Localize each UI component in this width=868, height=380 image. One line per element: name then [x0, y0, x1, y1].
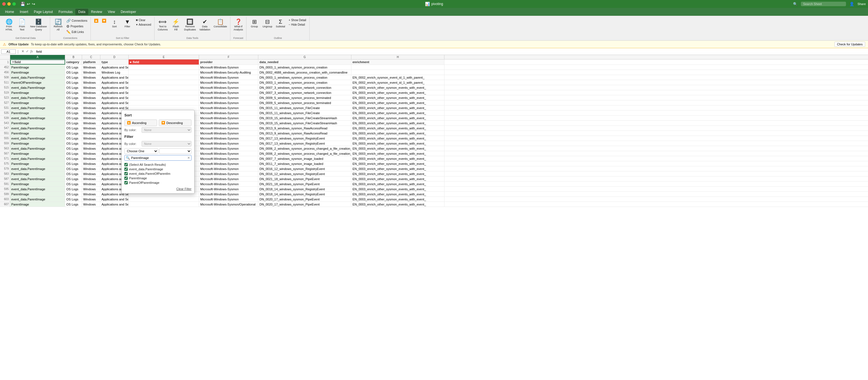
cell-h[interactable]: EN_0003_enrich_other_sysmon_events_with_… [351, 95, 444, 100]
cell-c[interactable]: Windows [82, 177, 100, 181]
cell-e1[interactable]: ●field [129, 60, 199, 65]
cell-d[interactable]: Applications and Service [100, 75, 129, 80]
cell-a[interactable]: event_data.ParentImage [10, 146, 65, 151]
cell-c[interactable]: Windows [82, 171, 100, 176]
cell-a[interactable]: event_data.ParentImage [10, 95, 65, 100]
filter-button[interactable]: ▼ Filter [121, 18, 134, 29]
col-header-f[interactable]: F [199, 55, 258, 59]
cell-a[interactable]: ParentImage [10, 192, 65, 196]
cell-f[interactable]: Microsoft-Windows-Sysmon/Operational [199, 202, 258, 207]
menu-developer[interactable]: Developer [118, 9, 139, 15]
cell-g[interactable]: DN_0003_1_windows_sysmon_process_creatio… [258, 75, 351, 80]
cell-b[interactable]: OS Logs [65, 65, 82, 70]
cell-f[interactable]: Microsoft-Windows-Sysmon [199, 100, 258, 105]
cell-b[interactable]: OS Logs [65, 166, 82, 171]
cell-c[interactable]: Windows [82, 141, 100, 146]
search-input[interactable] [801, 2, 846, 6]
col-header-h[interactable]: H [351, 55, 444, 59]
col-header-g[interactable]: G [258, 55, 351, 59]
save-icon[interactable]: 💾 [20, 2, 25, 6]
cell-c[interactable]: Windows [82, 192, 100, 196]
col-header-c[interactable]: C [82, 55, 100, 59]
cell-f[interactable]: Microsoft-Windows-Sysmon [199, 110, 258, 115]
cell-f[interactable]: Microsoft-Windows-Sysmon [199, 151, 258, 156]
cell-h[interactable]: EN_0003_enrich_other_sysmon_events_with_… [351, 192, 444, 196]
cell-g[interactable]: DN_0013_9_windows_sysmon_RawAccessRead [258, 126, 351, 130]
cell-e[interactable] [129, 80, 199, 85]
cell-f[interactable]: Microsoft-Windows-Sysmon [199, 146, 258, 151]
formula-input[interactable] [35, 50, 867, 54]
ungroup-button[interactable]: ⊟ Ungroup [261, 18, 274, 29]
cell-f[interactable]: Microsoft-Windows-Sysmon [199, 166, 258, 171]
cell-a[interactable]: ParentImage [10, 151, 65, 156]
menu-page-layout[interactable]: Page Layout [31, 9, 56, 15]
cell-d[interactable]: Applications and Service [100, 80, 129, 85]
col-header-b[interactable]: B [65, 55, 82, 59]
cell-c[interactable]: Windows [82, 126, 100, 130]
cell-h[interactable]: EN_0003_enrich_other_sysmon_events_with_… [351, 131, 444, 135]
cell-c[interactable]: Windows [82, 65, 100, 70]
cell-f[interactable]: Microsoft-Windows-Sysmon [199, 75, 258, 80]
cell-f[interactable]: Microsoft-Windows-Sysmon [199, 90, 258, 95]
show-detail-button[interactable]: + Show Detail [287, 18, 308, 22]
cell-g[interactable]: DN_0020_17_windows_sysmon_PipeEvent [258, 202, 351, 207]
cell-a[interactable]: ParentImage [10, 70, 65, 75]
cell-c[interactable]: Windows [82, 75, 100, 80]
cell-c[interactable]: Windows [82, 146, 100, 151]
cell-f[interactable]: Microsoft-Windows-Sysmon [199, 95, 258, 100]
cell-b[interactable]: OS Logs [65, 197, 82, 201]
cell-a[interactable]: ParentOfParentImage [10, 80, 65, 85]
formula-cancel-icon[interactable]: ✕ [22, 49, 24, 54]
check-select-all-input[interactable] [124, 163, 128, 166]
cell-f[interactable]: Microsoft-Windows-Sysmon [199, 105, 258, 110]
col-header-a[interactable]: A [10, 55, 65, 59]
cell-e[interactable] [129, 85, 199, 90]
filter-search-input[interactable] [131, 156, 187, 160]
cell-b[interactable]: OS Logs [65, 90, 82, 95]
cell-f[interactable]: Microsoft-Windows-Sysmon [199, 187, 258, 191]
check-parent-of-parent-input[interactable] [124, 181, 128, 184]
ascending-button[interactable]: 🔼 Ascending [124, 120, 157, 126]
menu-review[interactable]: Review [88, 9, 105, 15]
cell-h[interactable]: EN_0003_enrich_other_sysmon_events_with_… [351, 141, 444, 146]
cell-h[interactable]: EN_0002_enrich_sysmon_event_id_1_with_pa… [351, 75, 444, 80]
cell-g[interactable]: DN_0007_3_windows_sysmon_network_connect… [258, 90, 351, 95]
check-updates-button[interactable]: Check for Updates [834, 42, 865, 47]
cell-g[interactable]: DN_0021_18_windows_sysmon_PipeEvent [258, 182, 351, 186]
cell-a[interactable]: ParentImage [10, 100, 65, 105]
cell-h[interactable]: EN_0002_enrich_sysmon_event_id_1_with_pa… [351, 80, 444, 85]
cell-c[interactable]: Windows [82, 116, 100, 120]
cell-a[interactable]: ParentImage [10, 202, 65, 207]
cell-b[interactable]: OS Logs [65, 105, 82, 110]
connections-button[interactable]: 🔗 Connections [65, 18, 89, 23]
cell-c[interactable]: Windows [82, 105, 100, 110]
col-header-d[interactable]: D [100, 55, 129, 59]
cell-g[interactable]: DN_0021_18_windows_sysmon_PipeEvent [258, 177, 351, 181]
what-if-button[interactable]: ❓ What-IfAnalysis [232, 18, 245, 32]
cell-e[interactable] [129, 100, 199, 105]
cell-f[interactable]: Microsoft-Windows-Sysmon [199, 80, 258, 85]
cell-d[interactable]: Applications and Service [100, 100, 129, 105]
cell-c[interactable]: Windows [82, 110, 100, 115]
cell-e[interactable] [129, 202, 199, 207]
cell-c[interactable]: Windows [82, 90, 100, 95]
cell-b1[interactable]: category [65, 60, 82, 65]
cell-f[interactable]: Microsoft-Windows-Sysmon [199, 177, 258, 181]
cell-b[interactable]: OS Logs [65, 80, 82, 85]
group-button[interactable]: ⊞ Group [248, 18, 260, 29]
cell-c[interactable]: Windows [82, 121, 100, 125]
cell-c[interactable]: Windows [82, 80, 100, 85]
cell-b[interactable]: OS Logs [65, 70, 82, 75]
cell-a[interactable]: event_data.ParentImage [10, 75, 65, 80]
cell-f[interactable]: Microsoft-Windows-Sysmon [199, 85, 258, 90]
cell-a[interactable]: event_data.ParentImage [10, 126, 65, 130]
cell-b[interactable]: OS Logs [65, 146, 82, 151]
filter-color-select[interactable]: None [142, 141, 191, 147]
cell-b[interactable]: OS Logs [65, 131, 82, 135]
cell-b[interactable]: OS Logs [65, 182, 82, 186]
cell-g[interactable]: DN_0019_15_windows_sysmon_FileCreateStre… [258, 121, 351, 125]
cell-g[interactable]: DN_0003_1_windows_sysmon_process_creatio… [258, 80, 351, 85]
cell-a[interactable]: event_data.ParentImage [10, 85, 65, 90]
from-text-button[interactable]: 📄 FromText [16, 18, 28, 32]
check-parent-image-input[interactable] [124, 177, 128, 180]
